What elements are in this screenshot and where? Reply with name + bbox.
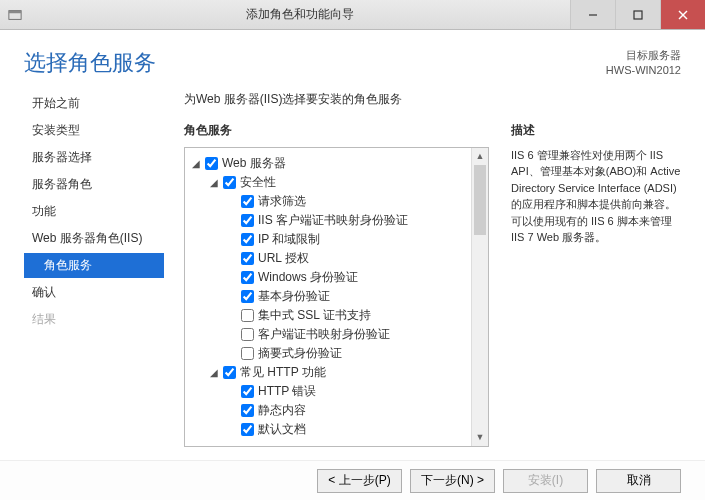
tree-row-7[interactable]: ◢基本身份验证 [189,287,467,306]
tree-row-8[interactable]: ◢集中式 SSL 证书支持 [189,306,467,325]
target-server-info: 目标服务器 HWS-WIN2012 [606,48,681,79]
target-server-name: HWS-WIN2012 [606,63,681,78]
tree-label: HTTP 错误 [258,383,316,400]
tree-row-9[interactable]: ◢客户端证书映射身份验证 [189,325,467,344]
nav-item-1[interactable]: 安装类型 [24,118,164,143]
maximize-button[interactable] [615,0,660,29]
tree-row-4[interactable]: ◢IP 和域限制 [189,230,467,249]
prev-button[interactable]: < 上一步(P) [317,469,402,493]
tree-checkbox[interactable] [241,271,254,284]
tree-label: 请求筛选 [258,193,306,210]
tree-row-10[interactable]: ◢摘要式身份验证 [189,344,467,363]
app-icon [0,8,30,22]
scroll-down-icon[interactable]: ▼ [472,429,488,446]
nav-item-0[interactable]: 开始之前 [24,91,164,116]
install-button[interactable]: 安装(I) [503,469,588,493]
description-heading: 描述 [511,122,681,139]
tree-label: 安全性 [240,174,276,191]
tree-row-0[interactable]: ◢Web 服务器 [189,154,467,173]
tree-checkbox[interactable] [241,290,254,303]
tree-checkbox[interactable] [241,252,254,265]
wizard-header: 选择角色服务 目标服务器 HWS-WIN2012 [0,30,705,87]
tree-label: 静态内容 [258,402,306,419]
tree-label: 常见 HTTP 功能 [240,364,326,381]
page-title: 选择角色服务 [24,48,156,78]
nav-item-4[interactable]: 功能 [24,199,164,224]
tree-checkbox[interactable] [241,328,254,341]
tree-row-12[interactable]: ◢HTTP 错误 [189,382,467,401]
tree-row-3[interactable]: ◢IIS 客户端证书映射身份验证 [189,211,467,230]
tree-label: Web 服务器 [222,155,286,172]
scroll-thumb[interactable] [474,165,486,235]
tree-label: 摘要式身份验证 [258,345,342,362]
tree-checkbox[interactable] [241,347,254,360]
minimize-button[interactable] [570,0,615,29]
nav-item-3[interactable]: 服务器角色 [24,172,164,197]
titlebar: 添加角色和功能向导 [0,0,705,30]
roles-tree[interactable]: ◢Web 服务器◢安全性◢请求筛选◢IIS 客户端证书映射身份验证◢IP 和域限… [185,148,471,446]
tree-checkbox[interactable] [241,404,254,417]
tree-checkbox[interactable] [241,309,254,322]
tree-checkbox[interactable] [223,366,236,379]
nav-item-6[interactable]: 角色服务 [24,253,164,278]
nav-item-7[interactable]: 确认 [24,280,164,305]
tree-row-2[interactable]: ◢请求筛选 [189,192,467,211]
tree-checkbox[interactable] [223,176,236,189]
roles-tree-container: ◢Web 服务器◢安全性◢请求筛选◢IIS 客户端证书映射身份验证◢IP 和域限… [184,147,489,447]
wizard-footer: < 上一步(P) 下一步(N) > 安装(I) 取消 [0,460,705,500]
roles-heading: 角色服务 [184,122,489,139]
svg-rect-1 [9,10,21,13]
caret-icon[interactable]: ◢ [207,177,221,188]
tree-row-14[interactable]: ◢默认文档 [189,420,467,439]
window-title: 添加角色和功能向导 [30,6,570,23]
tree-label: IP 和域限制 [258,231,320,248]
next-button[interactable]: 下一步(N) > [410,469,495,493]
tree-label: 集中式 SSL 证书支持 [258,307,371,324]
instruction-text: 为Web 服务器(IIS)选择要安装的角色服务 [184,91,681,108]
nav-item-2[interactable]: 服务器选择 [24,145,164,170]
tree-checkbox[interactable] [241,385,254,398]
tree-checkbox[interactable] [205,157,218,170]
tree-label: 默认文档 [258,421,306,438]
tree-row-11[interactable]: ◢常见 HTTP 功能 [189,363,467,382]
nav-item-8: 结果 [24,307,164,332]
target-server-label: 目标服务器 [606,48,681,63]
tree-label: Windows 身份验证 [258,269,358,286]
tree-label: 基本身份验证 [258,288,330,305]
wizard-nav: 开始之前安装类型服务器选择服务器角色功能Web 服务器角色(IIS)角色服务确认… [24,87,164,447]
tree-row-5[interactable]: ◢URL 授权 [189,249,467,268]
tree-label: URL 授权 [258,250,309,267]
tree-row-13[interactable]: ◢静态内容 [189,401,467,420]
tree-label: 客户端证书映射身份验证 [258,326,390,343]
tree-checkbox[interactable] [241,423,254,436]
tree-row-6[interactable]: ◢Windows 身份验证 [189,268,467,287]
tree-label: IIS 客户端证书映射身份验证 [258,212,408,229]
tree-row-1[interactable]: ◢安全性 [189,173,467,192]
description-text: IIS 6 管理兼容性对使用两个 IIS API、管理基本对象(ABO)和 Ac… [511,147,681,246]
tree-checkbox[interactable] [241,233,254,246]
tree-scrollbar[interactable]: ▲ ▼ [471,148,488,446]
nav-item-5[interactable]: Web 服务器角色(IIS) [24,226,164,251]
close-button[interactable] [660,0,705,29]
caret-icon[interactable]: ◢ [207,367,221,378]
tree-checkbox[interactable] [241,214,254,227]
caret-icon[interactable]: ◢ [189,158,203,169]
scroll-up-icon[interactable]: ▲ [472,148,488,165]
svg-rect-3 [634,11,642,19]
tree-checkbox[interactable] [241,195,254,208]
cancel-button[interactable]: 取消 [596,469,681,493]
